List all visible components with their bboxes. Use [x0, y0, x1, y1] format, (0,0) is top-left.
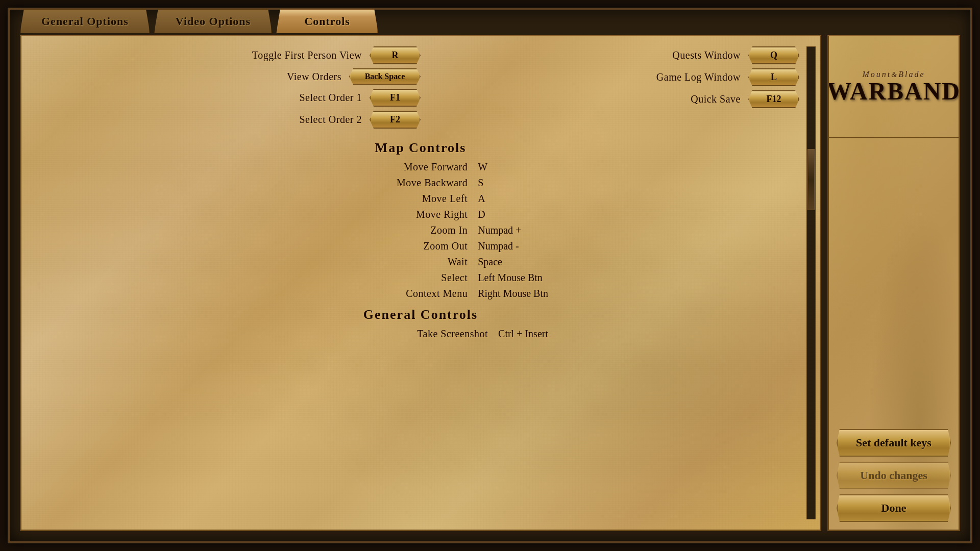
map-key-zoom-in[interactable]: Numpad + — [478, 223, 548, 238]
map-label-context-menu: Context Menu — [293, 286, 468, 301]
key-quests-window[interactable]: Q — [748, 46, 799, 64]
control-select-order-2: Select Order 2 F2 — [37, 111, 421, 129]
map-controls-title: Map Controls — [37, 140, 804, 156]
key-quick-save[interactable]: F12 — [748, 90, 799, 108]
map-controls-grid: Move Forward W Move Backward S Move Left… — [293, 160, 548, 301]
left-controls: Toggle First Person View R View Orders B… — [37, 46, 421, 133]
top-controls-section: Toggle First Person View R View Orders B… — [37, 46, 804, 133]
key-select-order-1[interactable]: F1 — [370, 89, 421, 107]
map-label-wait: Wait — [293, 255, 468, 269]
key-toggle-first-person[interactable]: R — [370, 46, 421, 64]
map-key-move-right[interactable]: D — [478, 207, 548, 222]
controls-content: Toggle First Person View R View Orders B… — [21, 36, 820, 530]
map-label-zoom-out: Zoom Out — [293, 239, 468, 254]
map-key-move-backward[interactable]: S — [478, 176, 548, 190]
key-select-order-2[interactable]: F2 — [370, 111, 421, 129]
right-image-area — [829, 138, 959, 421]
gc-key-take-screenshot[interactable]: Ctrl + Insert — [498, 327, 548, 341]
map-label-move-right: Move Right — [293, 207, 468, 222]
map-label-move-left: Move Left — [293, 191, 468, 206]
map-key-select[interactable]: Left Mouse Btn — [478, 270, 548, 285]
key-view-orders[interactable]: Back Space — [349, 68, 421, 85]
bottom-buttons: Set default keys Undo changes Done — [829, 421, 959, 530]
control-view-orders: View Orders Back Space — [37, 68, 421, 85]
tabs-bar: General Options Video Options Controls — [20, 9, 378, 33]
tab-video-options[interactable]: Video Options — [154, 9, 272, 33]
content-panel: Toggle First Person View R View Orders B… — [20, 35, 821, 531]
outer-frame: General Options Video Options Controls T… — [8, 8, 972, 543]
label-toggle-first-person: Toggle First Person View — [252, 49, 362, 61]
general-controls-title: General Controls — [37, 307, 804, 322]
map-key-context-menu[interactable]: Right Mouse Btn — [478, 286, 548, 301]
control-quests-window: Quests Window Q — [421, 46, 804, 64]
right-controls: Quests Window Q Game Log Window L Quick … — [421, 46, 804, 133]
map-label-zoom-in: Zoom In — [293, 223, 468, 238]
right-panel: Mount&Blade WARBAND Set default keys Und… — [827, 35, 960, 531]
map-label-select: Select — [293, 270, 468, 285]
logo-area: Mount&Blade WARBAND — [829, 36, 959, 138]
undo-changes-button[interactable]: Undo changes — [837, 462, 951, 489]
map-key-zoom-out[interactable]: Numpad - — [478, 239, 548, 254]
control-toggle-first-person: Toggle First Person View R — [37, 46, 421, 64]
tab-general-options[interactable]: General Options — [20, 9, 150, 33]
label-select-order-2: Select Order 2 — [299, 114, 362, 126]
map-label-move-forward: Move Forward — [293, 160, 468, 174]
map-label-move-backward: Move Backward — [293, 176, 468, 190]
label-view-orders: View Orders — [287, 71, 341, 83]
label-quick-save: Quick Save — [691, 93, 741, 105]
logo-warband: WARBAND — [827, 79, 960, 104]
map-key-move-left[interactable]: A — [478, 191, 548, 206]
tab-controls[interactable]: Controls — [276, 9, 378, 33]
gc-label-take-screenshot: Take Screenshot — [293, 327, 488, 341]
key-game-log-window[interactable]: L — [748, 68, 799, 86]
map-key-move-forward[interactable]: W — [478, 160, 548, 174]
label-select-order-1: Select Order 1 — [299, 92, 362, 104]
control-quick-save: Quick Save F12 — [421, 90, 804, 108]
set-default-keys-button[interactable]: Set default keys — [837, 429, 951, 457]
done-button[interactable]: Done — [837, 494, 951, 522]
control-game-log-window: Game Log Window L — [421, 68, 804, 86]
label-game-log-window: Game Log Window — [656, 71, 741, 83]
control-select-order-1: Select Order 1 F1 — [37, 89, 421, 107]
logo: Mount&Blade WARBAND — [827, 70, 960, 104]
map-key-wait[interactable]: Space — [478, 255, 548, 269]
label-quests-window: Quests Window — [672, 49, 741, 61]
general-controls-grid: Take Screenshot Ctrl + Insert — [293, 327, 548, 341]
main-area: Toggle First Person View R View Orders B… — [20, 35, 960, 531]
